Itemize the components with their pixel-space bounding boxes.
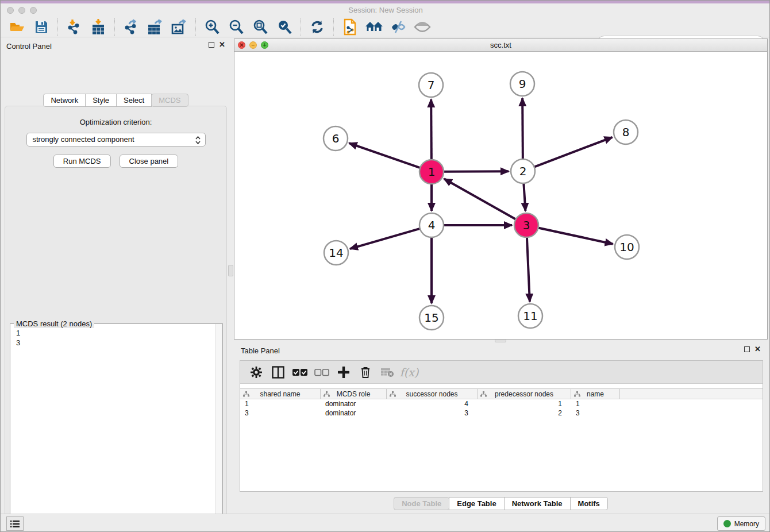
birds-eye-icon[interactable] [413, 18, 432, 36]
table-cell[interactable]: 4 [387, 399, 478, 408]
memory-status-dot [723, 520, 731, 527]
mcds-result-box: MCDS result (2 nodes) 13 [10, 323, 223, 532]
select-all-icon[interactable] [291, 364, 309, 381]
edge-1-2[interactable] [444, 171, 509, 172]
node-6[interactable]: 6 [324, 126, 348, 151]
table-row[interactable]: 1dominator411 [240, 399, 763, 408]
node-10[interactable]: 10 [615, 235, 639, 259]
tab-mcds[interactable]: MCDS [151, 94, 188, 107]
node-15[interactable]: 15 [419, 306, 444, 330]
column-header-successor-nodes[interactable]: successor nodes [387, 389, 478, 399]
attribute-type-icon [390, 391, 396, 397]
criterion-value: strongly connected component [33, 135, 134, 144]
close-panel-button[interactable]: Close panel [120, 155, 179, 168]
import-network-icon[interactable] [64, 18, 84, 36]
hide-details-icon[interactable] [388, 18, 408, 36]
zoom-in-icon[interactable] [202, 18, 222, 36]
vertical-splitter-grip[interactable] [228, 265, 233, 276]
network-canvas[interactable]: 7968124314101511 [234, 52, 767, 339]
gear-icon[interactable] [247, 364, 265, 381]
tab-motifs[interactable]: Motifs [570, 497, 608, 510]
column-header-name[interactable]: name [571, 389, 620, 399]
edge-3-10[interactable] [538, 228, 613, 244]
zoom-fit-icon[interactable] [251, 18, 270, 36]
table-panel-title: Table Panel [241, 346, 280, 355]
toolbar-separator [333, 18, 334, 36]
optimization-criterion-label: Optimization criterion: [5, 118, 226, 126]
tab-node-table[interactable]: Node Table [394, 497, 449, 510]
node-label: 1 [428, 165, 436, 179]
save-session-icon[interactable] [32, 18, 51, 36]
node-1[interactable]: 1 [419, 160, 444, 184]
node-14[interactable]: 14 [324, 241, 348, 265]
deselect-all-icon[interactable] [313, 364, 331, 381]
export-network-icon[interactable] [121, 18, 141, 36]
delete-icon[interactable] [356, 364, 375, 381]
table-cell[interactable]: 1 [478, 399, 571, 408]
tab-style[interactable]: Style [85, 94, 117, 107]
home-icon[interactable] [364, 18, 384, 36]
export-table-icon[interactable] [145, 18, 165, 36]
node-3[interactable]: 3 [514, 213, 538, 237]
node-4[interactable]: 4 [419, 213, 444, 237]
clone-network-icon[interactable] [340, 18, 360, 36]
graph-svg: 7968124314101511 [234, 52, 767, 339]
criterion-dropdown[interactable]: strongly connected component [26, 133, 206, 147]
edge-1-6[interactable] [349, 143, 421, 168]
columns-icon[interactable] [269, 364, 287, 381]
control-panel: Control Panel ✕ NetworkStyleSelectMCDS O… [1, 38, 231, 514]
refresh-layout-icon[interactable] [307, 18, 327, 36]
float-panel-icon[interactable] [209, 42, 214, 48]
column-header-shared-name[interactable]: shared name [240, 389, 321, 399]
column-label: successor nodes [406, 390, 457, 398]
close-panel-icon[interactable]: ✕ [219, 41, 225, 48]
tab-edge-table[interactable]: Edge Table [449, 497, 504, 510]
table-row[interactable]: 3dominator323 [240, 408, 763, 418]
open-file-icon[interactable] [7, 18, 27, 36]
task-history-button[interactable] [6, 516, 24, 531]
table-cell[interactable]: dominator [321, 399, 387, 408]
node-label: 7 [428, 78, 435, 92]
node-7[interactable]: 7 [419, 73, 443, 97]
control-panel-titlebar: Control Panel ✕ [1, 38, 231, 53]
table-cell[interactable]: dominator [321, 408, 387, 418]
table-cell[interactable]: 2 [478, 408, 571, 418]
float-table-panel-icon[interactable] [744, 346, 750, 352]
node-11[interactable]: 11 [518, 304, 542, 328]
attribute-type-icon [480, 391, 487, 397]
mcds-panel: Optimization criterion: strongly connect… [5, 106, 227, 532]
tab-select[interactable]: Select [116, 94, 152, 107]
node-table[interactable]: shared nameMCDS rolesuccessor nodesprede… [240, 388, 763, 418]
node-2[interactable]: 2 [511, 159, 535, 183]
table-cell[interactable]: 3 [387, 408, 478, 418]
table-cell[interactable]: 1 [571, 399, 620, 408]
node-8[interactable]: 8 [614, 120, 638, 144]
edge-2-8[interactable] [534, 137, 613, 167]
tab-network-table[interactable]: Network Table [504, 497, 571, 510]
edge-2-3[interactable] [523, 183, 525, 211]
memory-button[interactable]: Memory [717, 516, 765, 531]
table-cell[interactable]: 1 [240, 399, 321, 408]
run-mcds-button[interactable]: Run MCDS [53, 155, 111, 168]
zoom-out-icon[interactable] [226, 18, 246, 36]
column-header-predecessor-nodes[interactable]: predecessor nodes [478, 389, 571, 399]
mcds-result-lines: 13 [10, 324, 222, 352]
import-table-icon[interactable] [88, 18, 108, 36]
edge-1-7[interactable] [431, 99, 432, 160]
node-label: 14 [329, 246, 343, 260]
node-9[interactable]: 9 [510, 72, 534, 96]
edge-4-14[interactable] [350, 229, 420, 249]
export-image-icon[interactable] [170, 18, 189, 36]
column-header-MCDS-role[interactable]: MCDS role [321, 389, 387, 399]
edge-3-1[interactable] [444, 179, 516, 219]
zoom-selected-icon[interactable] [275, 18, 294, 36]
table-cell[interactable]: 3 [571, 408, 620, 418]
edge-3-11[interactable] [527, 237, 530, 302]
edge-2-9[interactable] [522, 98, 523, 159]
close-table-panel-icon[interactable]: ✕ [754, 346, 761, 353]
result-scrollbar[interactable] [215, 324, 222, 532]
add-icon[interactable] [334, 364, 353, 381]
mcds-result-title: MCDS result (2 nodes) [14, 319, 94, 328]
tab-network[interactable]: Network [43, 94, 86, 107]
table-cell[interactable]: 3 [240, 408, 321, 418]
